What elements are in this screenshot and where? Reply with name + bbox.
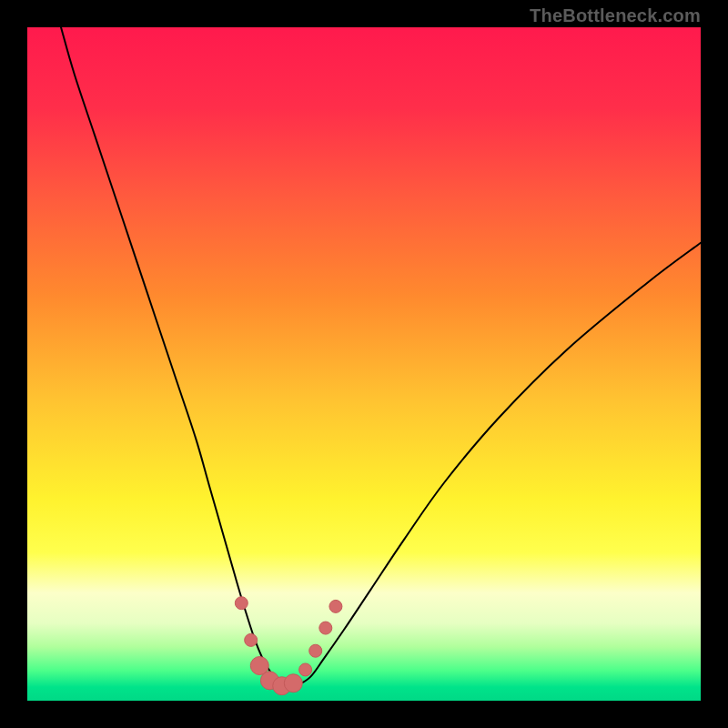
chart-frame: TheBottleneck.com <box>0 0 728 728</box>
plot-area <box>27 27 701 701</box>
marker-point <box>319 622 332 634</box>
bottleneck-curve <box>61 27 701 686</box>
watermark-text: TheBottleneck.com <box>530 5 701 26</box>
marker-point <box>299 663 312 676</box>
marker-point <box>245 633 258 646</box>
curve-layer <box>27 27 701 701</box>
marker-point <box>309 644 322 657</box>
highlighted-points <box>235 597 342 695</box>
marker-point <box>284 674 302 693</box>
marker-point <box>329 600 342 612</box>
marker-point <box>235 597 248 610</box>
